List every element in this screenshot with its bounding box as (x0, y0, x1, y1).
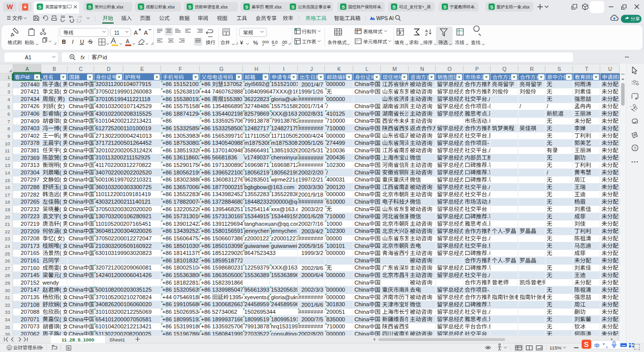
svg-text:2001/4/7: 2001/4/7 (301, 81, 324, 87)
svg-text:+86 18635050006: +86 18635050006 (201, 272, 247, 278)
svg-text:(: ( (59, 199, 61, 205)
svg-text:18: 18 (5, 199, 10, 205)
svg-text:26: 26 (5, 258, 10, 263)
svg-text:200051: 200051 (327, 309, 345, 315)
svg-text:207434: 207434 (21, 96, 39, 102)
svg-text:¥: ¥ (239, 40, 244, 46)
svg-text:000000: 000000 (327, 133, 345, 139)
svg-text:207426: 207426 (21, 103, 39, 109)
svg-text:China: China (69, 309, 84, 315)
svg-text:32010220020531242X: 32010220020531242X (96, 147, 153, 153)
svg-text:5: 5 (8, 104, 10, 110)
svg-text:+86 13439824525: +86 13439824525 (201, 192, 247, 198)
svg-text:+86 1305398366: +86 1305398366 (163, 133, 205, 139)
svg-text:000: 000 (262, 40, 269, 44)
svg-text:(: ( (59, 221, 61, 227)
svg-text:102300: 102300 (327, 228, 345, 234)
svg-text:): ) (63, 96, 65, 102)
svg-text:207209: 207209 (21, 228, 39, 234)
svg-text:China: China (355, 265, 370, 271)
svg-text:./: ./ (487, 235, 491, 241)
svg-text:S: S (342, 4, 345, 10)
svg-text:S: S (557, 66, 561, 72)
svg-text:(: ( (59, 162, 61, 168)
svg-text:China: China (69, 81, 84, 87)
svg-text:########: ######## (298, 125, 324, 131)
svg-text:(: ( (54, 235, 56, 241)
svg-text:33: 33 (5, 309, 10, 315)
svg-text:N: N (420, 66, 424, 72)
svg-text:2002/9/6: 2002/9/6 (301, 265, 324, 271)
svg-text:+86 1355228360: +86 1355228360 (163, 192, 205, 198)
svg-text:500108200203035125: 500108200203035125 (96, 287, 152, 293)
svg-text:China: China (355, 162, 370, 168)
svg-text:+86 1322052260: +86 1322052260 (163, 206, 205, 212)
svg-text:China: China (355, 81, 370, 87)
svg-text:1557515881: 1557515881 (271, 103, 302, 109)
svg-text:+86 15823918663: +86 15823918663 (201, 280, 247, 286)
svg-text:2445895966: 2445895966 (271, 302, 302, 308)
svg-text:35: 35 (5, 324, 10, 330)
svg-text:207381: 207381 (21, 147, 39, 153)
svg-text:########: ######## (298, 294, 324, 300)
svg-text:China: China (69, 89, 84, 95)
svg-text:370105200210270824: 370105200210270824 (96, 294, 152, 300)
svg-text:19: 19 (5, 207, 10, 212)
svg-text:.: . (487, 162, 489, 168)
svg-text:S: S (188, 4, 191, 10)
svg-text:340702200202202520: 340702200202202520 (96, 169, 152, 175)
svg-text:207219: 207219 (21, 221, 39, 227)
svg-text:E: E (140, 66, 144, 72)
svg-text:310113200211152925: 310113200211152925 (96, 155, 151, 161)
svg-text:China: China (355, 147, 370, 153)
svg-text:(: ( (59, 118, 61, 124)
svg-text:360481200304020026: 360481200304020026 (96, 228, 152, 234)
svg-text:+86 56681836: +86 56681836 (201, 155, 237, 161)
svg-text:China: China (69, 235, 84, 241)
svg-text:000000: 000000 (327, 272, 345, 278)
svg-text:207161: 207161 (21, 257, 39, 263)
svg-text:30: 30 (5, 288, 10, 293)
svg-text:+86 1361186033: +86 1361186033 (163, 155, 204, 161)
svg-text:+_: +_ (422, 5, 427, 10)
svg-text:2001/9/18: 2001/9/18 (298, 192, 324, 198)
svg-text:R: R (530, 66, 534, 72)
svg-text:########: ######## (298, 162, 324, 168)
svg-text:K: K (338, 66, 341, 72)
svg-text:China: China (355, 316, 370, 322)
svg-text:(: ( (59, 287, 61, 293)
svg-text:610104200212213421: 610104200212213421 (96, 323, 152, 329)
svg-text:I: I (283, 66, 285, 72)
svg-text:China: China (69, 323, 84, 329)
svg-text:-.: -. (487, 287, 491, 293)
svg-text:China: China (355, 243, 370, 249)
svg-text:China: China (355, 250, 370, 256)
svg-text:China: China (355, 140, 370, 146)
svg-text:430321200211140121: 430321200211140121 (96, 199, 151, 205)
svg-text:2: 2 (8, 82, 10, 87)
svg-text:S: S (245, 4, 248, 10)
svg-text:A: A (134, 30, 138, 36)
svg-text:China: China (355, 302, 370, 308)
svg-text:207282: 207282 (21, 192, 39, 198)
svg-text:210036: 210036 (327, 147, 345, 153)
svg-text:207160: 207160 (21, 265, 39, 271)
svg-text:+86 1991056860: +86 1991056860 (163, 302, 205, 308)
svg-text:.: . (487, 177, 489, 183)
svg-text:207232: 207232 (21, 206, 39, 212)
svg-text:v17490376: v17490376 (245, 155, 272, 161)
svg-text:WPS AI: WPS AI (376, 16, 393, 21)
svg-text:2005/1/26: 2005/1/26 (298, 140, 324, 146)
svg-text:China: China (69, 155, 84, 161)
svg-text:10: 10 (5, 141, 10, 146)
svg-text:+86 13911296943: +86 13911296943 (201, 221, 247, 227)
svg-text:China: China (355, 111, 370, 117)
svg-text:+86 13405409881: +86 13405409881 (201, 140, 247, 146)
svg-text:130703200106280921: 130703200106280921 (96, 213, 152, 219)
svg-text:.: . (487, 221, 489, 227)
svg-text:430103200107142529: 430103200107142529 (96, 103, 152, 109)
svg-text:2005/9/16: 2005/9/16 (298, 243, 324, 249)
svg-text:.: . (474, 5, 475, 10)
svg-text:360103200303300725: 360103200303300725 (96, 184, 152, 190)
svg-text:China: China (69, 192, 84, 198)
